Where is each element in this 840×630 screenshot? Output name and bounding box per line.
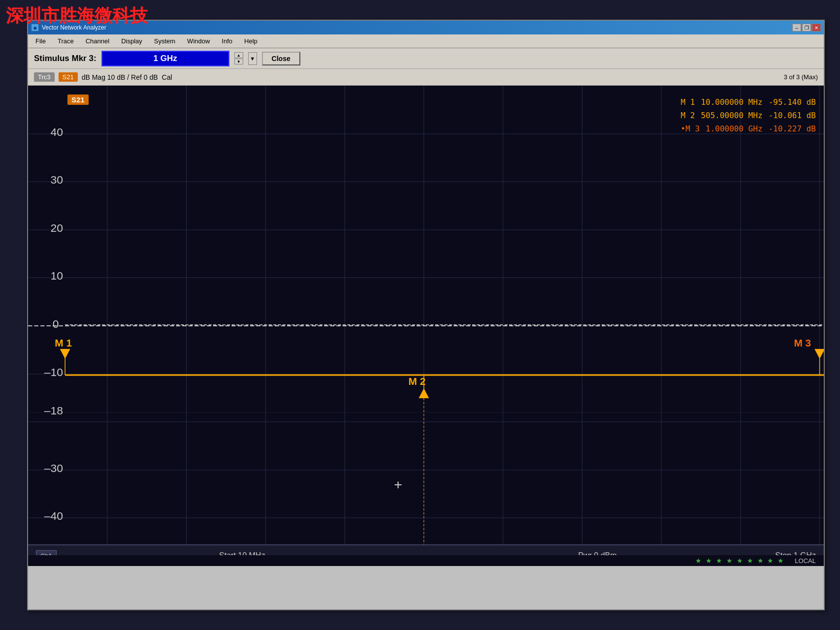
menu-trace[interactable]: Trace — [52, 35, 79, 47]
expand-button[interactable]: ▼ — [248, 52, 257, 65]
menu-help[interactable]: Help — [239, 35, 263, 47]
cal-label: Cal — [162, 73, 172, 81]
title-bar-controls: – ❐ ✕ — [792, 24, 821, 32]
m1-label: M 1 — [681, 95, 695, 109]
m3-label: •M 3 — [681, 122, 700, 135]
main-window: ■ Vector Network Analyzer – ❐ ✕ File Tra… — [27, 20, 825, 610]
progress-indicator: ★ ★ ★ ★ ★ ★ ★ ★ ★ — [695, 557, 785, 565]
close-stimulus-button[interactable]: Close — [262, 52, 300, 65]
svg-text:M 1: M 1 — [55, 337, 72, 348]
menu-info[interactable]: Info — [216, 35, 238, 47]
trace-bar: Trc3 S21 dB Mag 10 dB / Ref 0 dB Cal 3 o… — [28, 69, 824, 86]
close-button[interactable]: ✕ — [812, 24, 821, 32]
watermark-text: 深圳市胜海微科技 — [0, 0, 154, 32]
svg-text:0: 0 — [53, 318, 59, 330]
svg-text:+: + — [394, 477, 402, 492]
svg-text:10: 10 — [50, 270, 63, 282]
chart-area: S21 M 1 10.000000 MHz -95.140 dB M 2 505… — [28, 86, 824, 566]
menu-bar: File Trace Channel Display System Window… — [28, 34, 824, 48]
spin-down-button[interactable]: ▼ — [234, 59, 243, 64]
s21-tag[interactable]: S21 — [59, 72, 78, 82]
window-title: Vector Network Analyzer — [42, 24, 792, 31]
menu-channel[interactable]: Channel — [80, 35, 115, 47]
trace-params: dB Mag 10 dB / Ref 0 dB — [82, 73, 158, 81]
m2-freq: 505.00000 MHz — [701, 109, 762, 122]
m2-label: M 2 — [681, 109, 695, 122]
marker-3-row: •M 3 1.000000 GHz -10.227 dB — [681, 122, 816, 135]
svg-text:–10: –10 — [44, 366, 63, 378]
marker-2-row: M 2 505.00000 MHz -10.061 dB — [681, 109, 816, 122]
svg-text:–18: –18 — [44, 405, 63, 416]
marker-info-box: M 1 10.000000 MHz -95.140 dB M 2 505.000… — [681, 95, 816, 136]
spin-controls: ▲ ▼ — [234, 52, 243, 64]
svg-text:M 3: M 3 — [794, 337, 811, 348]
restore-button[interactable]: ❐ — [802, 24, 811, 32]
trace-count: 3 of 3 (Max) — [784, 73, 818, 81]
menu-system[interactable]: System — [149, 35, 181, 47]
m3-value: -10.227 dB — [769, 122, 816, 135]
spin-up-button[interactable]: ▲ — [234, 52, 243, 58]
m1-value: -95.140 dB — [769, 95, 816, 109]
menu-file[interactable]: File — [30, 35, 51, 47]
chart-svg: 40 30 20 10 0 –10 –18 –30 –40 M 1 — [28, 86, 824, 566]
m1-freq: 10.000000 MHz — [701, 95, 762, 109]
bottom-bar: ★ ★ ★ ★ ★ ★ ★ ★ ★ LOCAL — [28, 555, 824, 566]
trc3-tag[interactable]: Trc3 — [34, 72, 55, 82]
svg-text:30: 30 — [50, 174, 63, 186]
m2-value: -10.061 dB — [769, 109, 816, 122]
stimulus-label: Stimulus Mkr 3: — [34, 54, 97, 63]
stimulus-input[interactable] — [101, 51, 229, 66]
svg-text:20: 20 — [50, 222, 63, 234]
m3-freq: 1.000000 GHz — [706, 122, 763, 135]
menu-window[interactable]: Window — [182, 35, 215, 47]
local-status: LOCAL — [795, 557, 816, 565]
svg-text:–40: –40 — [44, 510, 63, 522]
svg-text:M 2: M 2 — [409, 376, 426, 387]
s21-chart-badge: S21 — [67, 94, 89, 105]
stimulus-bar: Stimulus Mkr 3: ▲ ▼ ▼ Close — [28, 48, 824, 69]
marker-1-row: M 1 10.000000 MHz -95.140 dB — [681, 95, 816, 109]
svg-text:40: 40 — [50, 126, 63, 138]
menu-display[interactable]: Display — [116, 35, 148, 47]
minimize-button[interactable]: – — [792, 24, 801, 32]
svg-text:–30: –30 — [44, 462, 63, 474]
